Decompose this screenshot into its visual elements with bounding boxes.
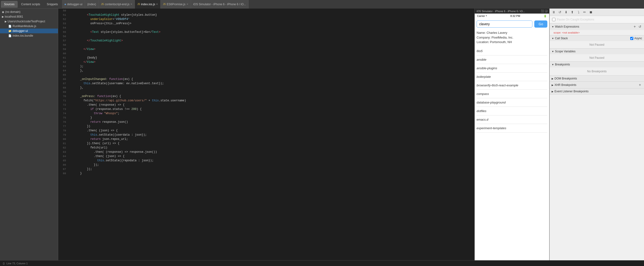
code-line: 83 .then( (response) => response.json()) xyxy=(58,150,474,154)
file-tab-debugger-ui[interactable]: ◈ debugger-ui xyxy=(62,0,85,9)
main-area: ◉ (no domain) ▶ localhost:8081 ▶ Users/c… xyxy=(0,9,644,260)
file-tab-contentscript-end[interactable]: JS contentscript-end.js ✕ xyxy=(99,0,135,9)
simulator-controls: ⬛ ❑ xyxy=(541,10,547,13)
xhr-breakpoints-title: XHR Breakpoints xyxy=(554,83,637,87)
call-stack-section: ▼ Call Stack Async Not Paused xyxy=(550,36,644,49)
file-tree-item-label: Users/chuck/code/TestProject xyxy=(8,20,45,23)
simulator-tab[interactable]: iOS Simulator - iPhone 6 - iPhone 6 / iO… xyxy=(191,0,248,9)
code-line: 62 </View> xyxy=(58,60,474,64)
list-item[interactable]: emacs.d xyxy=(476,115,547,124)
file-tree-item-localhost[interactable]: ▶ localhost:8081 xyxy=(0,14,58,19)
search-row: Go xyxy=(476,21,547,28)
js-file-icon: JS xyxy=(101,3,104,6)
code-editor[interactable]: 50 51 <TouchableHighlight style={styles.… xyxy=(58,9,474,260)
code-line: 69 xyxy=(58,90,474,94)
list-item[interactable]: ansible-plugins xyxy=(476,64,547,73)
tab-sources[interactable]: Sources xyxy=(1,1,18,8)
code-line: 76 return response.json() xyxy=(58,120,474,124)
pause-caught-exceptions-checkbox[interactable] xyxy=(552,18,556,21)
list-item[interactable]: browserify-6to5-react-example xyxy=(476,81,547,90)
folder-open-icon: 📁 xyxy=(8,30,12,33)
list-item[interactable]: ansible xyxy=(476,55,547,64)
iphone-content: Go Name: Charles Lavery Company: PixelMe… xyxy=(475,19,549,135)
simulator-title: iOS Simulator - iPhone 6 - iPhone 6 / iO… xyxy=(476,10,525,13)
code-line: 68 }, xyxy=(58,86,474,90)
call-stack-header[interactable]: ▼ Call Stack Async xyxy=(550,36,644,41)
file-tab-label: (index) xyxy=(88,3,96,6)
file-tree-item-label: (no domain) xyxy=(5,10,20,14)
code-line: 55 <Text style={styles.buttonText}>Go</T… xyxy=(58,30,474,34)
async-checkbox[interactable] xyxy=(630,37,633,40)
watch-expressions-header[interactable]: ▼ Watch Expressions + ↺ xyxy=(550,23,644,30)
pause-caught-exceptions-label: Pause On Caught Exceptions xyxy=(557,18,594,21)
watch-add-button[interactable]: + xyxy=(632,25,637,29)
watch-expressions-content: scope: <not available> xyxy=(550,30,644,35)
close-icon[interactable]: ✕ xyxy=(130,3,132,6)
code-line: 56 xyxy=(58,34,474,39)
simulator-container: iOS Simulator - iPhone 6 - iPhone 6 / iO… xyxy=(474,9,550,260)
user-location: Location: Portsmouth, NH xyxy=(476,40,547,45)
file-tree-item-nodomain[interactable]: ◉ (no domain) xyxy=(0,10,58,14)
event-listener-breakpoints-header[interactable]: ▶ Event Listener Breakpoints xyxy=(550,88,644,94)
code-line: 65 xyxy=(58,73,474,77)
file-tree-item-testproject[interactable]: ▶ Users/chuck/code/TestProject xyxy=(0,19,58,24)
user-company: Company: PixelMedia, Inc. xyxy=(476,35,547,40)
simulator-tab-label: iOS Simulator - iPhone 6 - iPhone 6 / iO… xyxy=(193,3,246,6)
code-line: 72 .then( (response) => { xyxy=(58,103,474,107)
event-listener-breakpoints-title: Event Listener Breakpoints xyxy=(554,90,642,93)
call-stack-arrow-icon: ▼ xyxy=(552,37,554,40)
list-item[interactable]: experiment-templates xyxy=(476,124,547,132)
step-over-button[interactable]: ↺ xyxy=(557,10,562,15)
code-line: 66 _onInputChanged: function(ev) { xyxy=(58,77,474,81)
code-line: 77 }) xyxy=(58,124,474,128)
step-out-button[interactable]: ⬆ xyxy=(570,10,575,15)
code-line: 51 <TouchableHighlight style={styles.but… xyxy=(58,13,474,17)
file-tab-index-ios[interactable]: JS index.ios.js ✕ xyxy=(135,0,160,9)
search-input[interactable] xyxy=(476,21,532,28)
list-item[interactable]: dotfiles xyxy=(476,107,547,115)
file-tree-item-debugger-ui[interactable]: 📁 debugger-ui xyxy=(0,29,58,33)
xhr-add-button[interactable]: + xyxy=(638,83,642,87)
code-line: 63 ); xyxy=(58,64,474,69)
tab-content-scripts[interactable]: Content scripts xyxy=(18,1,43,8)
file-tabs: ◈ debugger-ui (index) JS contentscript-e… xyxy=(62,0,644,9)
list-item[interactable]: 6to5 xyxy=(476,47,547,55)
event-listener-breakpoints-section: ▶ Event Listener Breakpoints xyxy=(550,88,644,94)
file-tab-label: contentscript-end.js xyxy=(105,3,130,6)
deactivate-button[interactable]: ✏ xyxy=(582,10,587,15)
dom-breakpoints-section: ▶ DOM Breakpoints xyxy=(550,76,644,82)
user-info: Name: Charles Lavery Company: PixelMedia… xyxy=(476,31,547,45)
step-button[interactable]: ⤵ xyxy=(576,10,581,15)
async-checkbox-row: Async xyxy=(630,37,642,40)
dom-breakpoints-header[interactable]: ▶ DOM Breakpoints xyxy=(550,76,644,81)
stop-button[interactable]: ⏹ xyxy=(588,10,594,15)
file-tab-es6promise[interactable]: JS ES6Promise.js ✕ xyxy=(160,0,191,9)
file-tree-item-label: RunMainModule.js xyxy=(12,25,36,28)
call-stack-content: Not Paused xyxy=(550,41,644,48)
list-item[interactable]: database-playground xyxy=(476,98,547,107)
xhr-breakpoints-header[interactable]: ▶ XHR Breakpoints + xyxy=(550,82,644,88)
code-line: 52 underlayColor='#99d9f4' xyxy=(58,17,474,21)
tab-snippets[interactable]: Snippets xyxy=(44,1,61,8)
close-icon[interactable]: ✕ xyxy=(156,3,158,6)
pause-button[interactable]: ⏸ xyxy=(551,10,556,15)
step-into-button[interactable]: ⬇ xyxy=(564,10,569,15)
iphone-body: Carrier ᵠ 8:32 PM 🔋 Go Name: Charles Lav… xyxy=(475,14,549,260)
go-button[interactable]: Go xyxy=(534,21,547,28)
status-bar: {} Line 73, Column 1 xyxy=(0,260,644,266)
watch-refresh-button[interactable]: ↺ xyxy=(638,25,642,29)
breakpoints-section: ▼ Breakpoints No Breakpoints xyxy=(550,62,644,76)
list-item[interactable]: boilerplate xyxy=(476,73,547,81)
file-tree-item-runmain[interactable]: 📄 RunMainModule.js xyxy=(0,24,58,29)
file-tree-item-bundle[interactable]: 📄 index.ios.bundle xyxy=(0,33,58,38)
scope-variables-section: ▼ Scope Variables Not Paused xyxy=(550,49,644,62)
xhr-arrow-icon: ▶ xyxy=(552,84,554,86)
scope-variables-status: Not Paused xyxy=(552,55,642,60)
scope-arrow-icon: ▼ xyxy=(552,50,554,53)
breakpoints-header[interactable]: ▼ Breakpoints xyxy=(550,62,644,67)
file-tab-index[interactable]: (index) xyxy=(85,0,99,9)
close-icon[interactable]: ✕ xyxy=(186,3,188,6)
scope-variables-header[interactable]: ▼ Scope Variables xyxy=(550,49,644,54)
list-item[interactable]: compass xyxy=(476,90,547,98)
scope-variables-title: Scope Variables xyxy=(555,50,642,53)
